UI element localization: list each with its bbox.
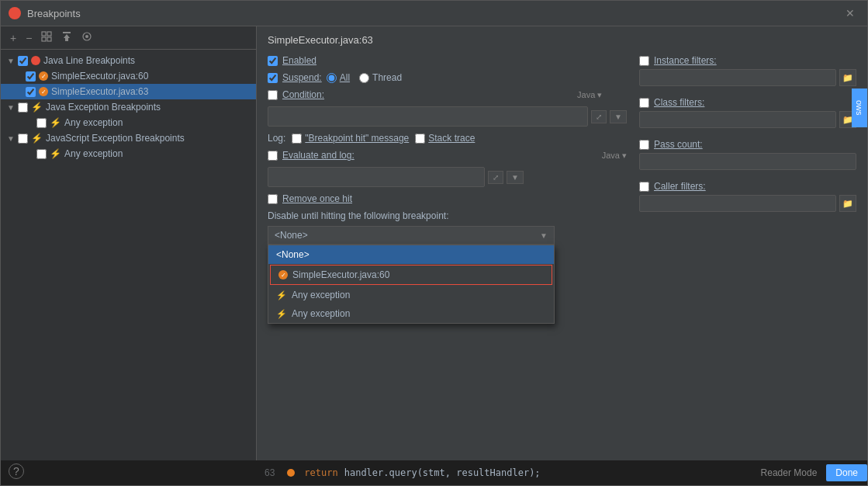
suspend-label: Suspend: [282,72,322,83]
evaluate-combo-button[interactable]: ▼ [507,171,524,184]
bp-dot-icon [287,469,295,477]
watch-button[interactable] [78,30,95,46]
bp63-item[interactable]: ✓ SimpleExecutor.java:63 [1,84,256,99]
lightning-icon: ⚡ [50,148,61,159]
evaluate-checkbox[interactable] [268,151,278,161]
evaluate-input[interactable] [268,167,485,187]
instance-filter-label: Instance filters: [654,55,717,66]
done-button[interactable]: Done [826,464,867,481]
java-exception-checkbox[interactable] [18,102,28,113]
class-filter-input-row: 📁 [639,111,856,128]
dropdown-any-java-item[interactable]: ⚡ Any exception [268,286,554,304]
bottom-right-actions: Reader Mode Done [755,464,867,481]
pass-count-checkbox[interactable] [639,140,649,150]
right-panel: SimpleExecutor.java:63 Enabled Suspend: [257,26,867,460]
dropdown-any-js-item[interactable]: ⚡ Any exception [268,304,554,323]
log-hit-option: "Breakpoint hit" message [292,133,409,144]
suspend-all-item: All [327,72,350,83]
suspend-all-label: All [340,72,350,83]
condition-expand-button[interactable]: ⤢ [591,110,607,123]
class-filter-input[interactable] [639,111,836,128]
class-filter-header: Class filters: [639,97,856,108]
lightning-icon: ⚡ [276,309,287,319]
evaluate-row: Evaluate and log: Java ▾ [268,150,627,161]
condition-combo-button[interactable]: ▼ [610,110,627,123]
condition-java-label[interactable]: Java ▾ [577,90,602,100]
enabled-checkbox[interactable] [268,56,278,66]
instance-filter-input[interactable] [639,69,836,86]
remove-button[interactable]: − [22,30,35,46]
dropdown-none-item[interactable]: <None> [268,245,554,264]
breakpoint-toolbar: + − [1,26,256,50]
svg-point-7 [85,35,88,38]
java-line-label: Java Line Breakpoints [43,55,135,66]
instance-filter-section: Instance filters: 📁 [639,55,856,86]
caller-filter-header: Caller filters: [639,181,856,192]
class-filter-checkbox[interactable] [639,98,649,108]
java-line-checkbox[interactable] [18,56,28,66]
log-stack-checkbox[interactable] [415,134,425,144]
lightning-icon: ⚡ [31,102,43,113]
remove-once-checkbox[interactable] [268,194,278,204]
dropdown-bp60-item[interactable]: ✓ SimpleExecutor.java:60 [270,265,552,285]
reader-mode-button[interactable]: Reader Mode [755,467,824,478]
filters-panel: Instance filters: 📁 Class filters: [639,55,856,248]
group-button[interactable] [38,30,55,46]
bp60-item[interactable]: ✓ SimpleExecutor.java:60 [1,68,256,84]
disable-until-select[interactable]: <None> ▼ [268,226,555,245]
suspend-thread-label: Thread [372,72,402,83]
caller-filter-folder-button[interactable]: 📁 [839,195,856,212]
dropdown-any-java-label: Any exception [292,290,350,300]
instance-filter-checkbox[interactable] [639,56,649,66]
chevron-down-icon: ▼ [7,57,15,65]
suspend-row: Suspend: All Thread [268,72,627,83]
bottom-bar: ? 63 return handler.query(stmt, resultHa… [1,460,867,485]
log-stack-option: Stack trace [415,133,475,144]
dropdown-none-label: <None> [276,249,310,260]
select-value: <None> [275,230,308,241]
any-java-checkbox[interactable] [36,118,47,128]
caller-filter-input[interactable] [639,195,836,212]
svg-marker-5 [64,34,70,41]
log-hit-label: "Breakpoint hit" message [305,133,409,144]
condition-checkbox[interactable] [268,90,278,100]
bp60-dropdown-icon: ✓ [278,270,288,279]
any-js-checkbox[interactable] [36,149,47,159]
instance-filter-folder-button[interactable]: 📁 [839,69,856,86]
breakpoint-tree: ▼ Java Line Breakpoints ✓ SimpleExecutor… [1,50,256,460]
pass-count-label: Pass count: [654,139,703,150]
caller-filter-checkbox[interactable] [639,182,649,192]
condition-input[interactable] [268,106,588,127]
remove-once-label: Remove once hit [282,193,352,204]
export-button[interactable] [58,30,75,46]
log-hit-checkbox[interactable] [292,134,302,144]
add-button[interactable]: + [7,30,19,46]
java-exception-header[interactable]: ▼ ⚡ Java Exception Breakpoints [1,99,256,115]
js-exception-header[interactable]: ▼ ⚡ JavaScript Exception Breakpoints [1,130,256,146]
svg-rect-0 [42,32,46,36]
lightning-icon: ⚡ [31,133,43,144]
help-button[interactable]: ? [9,463,24,479]
evaluate-expand-button[interactable]: ⤢ [488,171,503,184]
suspend-thread-radio[interactable] [359,73,369,83]
suspend-checkbox[interactable] [268,73,278,83]
any-java-item[interactable]: ⚡ Any exception [1,115,256,130]
disable-until-select-row: <None> ▼ <None> ✓ [268,226,627,245]
left-panel: + − [1,26,257,460]
bp63-checkbox[interactable] [26,87,36,97]
evaluate-java-label[interactable]: Java ▾ [602,151,627,161]
pass-count-input[interactable] [639,153,856,170]
svg-rect-1 [47,32,51,36]
bp60-checkbox[interactable] [26,71,36,82]
java-line-header[interactable]: ▼ Java Line Breakpoints [1,53,256,68]
close-button[interactable]: ✕ [841,5,859,21]
bp60-label: SimpleExecutor.java:60 [51,71,148,82]
caller-filter-section: Caller filters: 📁 [639,181,856,212]
js-exception-checkbox[interactable] [18,134,28,144]
suspend-all-radio[interactable] [327,73,337,83]
any-js-item[interactable]: ⚡ Any exception [1,146,256,161]
evaluate-label: Evaluate and log: [282,150,354,161]
instance-filter-header: Instance filters: [639,55,856,66]
lightning-icon: ⚡ [276,290,287,300]
log-label: Log: [268,133,285,144]
